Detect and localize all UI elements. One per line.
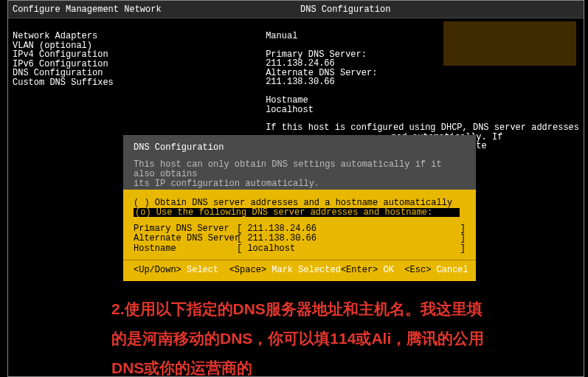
dialog-footer: <Up/Down> Select <Space> Mark Selected <… bbox=[123, 260, 476, 281]
hostname-value: localhost bbox=[266, 106, 579, 115]
annotation-text: 2.使用以下指定的DNS服务器地址和主机名。我这里填的是河南移动的DNS，你可以… bbox=[111, 294, 495, 377]
ok-button[interactable]: OK bbox=[384, 265, 394, 275]
header-bar: Configure Management Network DNS Configu… bbox=[8, 1, 584, 18]
option-manual[interactable]: (o) Use the following DNS server address… bbox=[134, 208, 466, 218]
dialog-header: DNS Configuration This host can only obt… bbox=[123, 135, 476, 190]
esxi-console: Configure Management Network DNS Configu… bbox=[7, 0, 584, 377]
detail-hint-1: If this host is configured using DHCP, D… bbox=[266, 123, 579, 133]
footer-left: <Up/Down> Select <Space> Mark Selected bbox=[134, 265, 341, 275]
overlay-hint-box bbox=[443, 21, 576, 66]
footer-right: <Enter> OK <Esc> Cancel bbox=[341, 265, 468, 275]
dialog-title: DNS Configuration bbox=[134, 142, 466, 153]
dns-fields: Primary DNS Server [ 211.138.24.66] Alte… bbox=[134, 224, 466, 254]
sidebar-item-network-adapters[interactable]: Network Adapters bbox=[13, 32, 257, 41]
hostname-label: Hostname bbox=[266, 96, 579, 106]
cancel-button[interactable]: Cancel bbox=[437, 265, 468, 275]
alternate-dns-value: 211.138.30.66 bbox=[266, 77, 579, 87]
field-alternate-dns[interactable]: Alternate DNS Server [ 211.138.30.66] bbox=[134, 234, 466, 243]
dialog-description: This host can only obtain DNS settings a… bbox=[134, 160, 466, 190]
sidebar-item-custom-suffixes[interactable]: Custom DNS Suffixes bbox=[13, 78, 257, 88]
dialog-body: ( ) Obtain DNS server addresses and a ho… bbox=[123, 190, 476, 260]
header-left: Configure Management Network bbox=[8, 4, 296, 15]
dns-config-dialog: DNS Configuration This host can only obt… bbox=[123, 135, 476, 281]
field-hostname[interactable]: Hostname [ localhost] bbox=[134, 244, 466, 254]
field-value: localhost bbox=[247, 243, 295, 254]
header-right: DNS Configuration bbox=[296, 4, 390, 15]
field-label: Hostname bbox=[134, 244, 237, 254]
field-label: Alternate DNS Server bbox=[134, 234, 237, 243]
sidebar-item-ipv4[interactable]: IPv4 Configuration bbox=[13, 50, 257, 60]
field-value: 211.138.30.66 bbox=[247, 233, 317, 243]
field-value: 211.138.24.66 bbox=[247, 224, 317, 234]
